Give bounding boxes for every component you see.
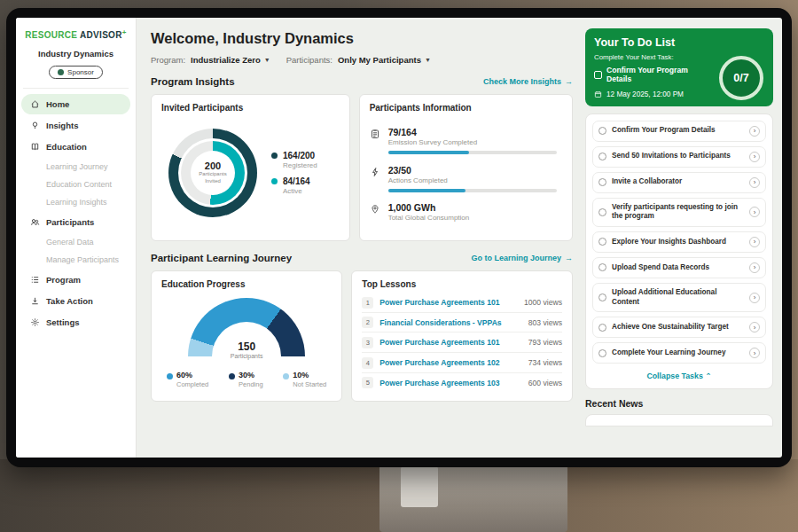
- task-checkbox[interactable]: [598, 178, 606, 186]
- sidebar-item-home[interactable]: Home: [21, 94, 130, 114]
- lesson-views: 734 views: [528, 358, 562, 367]
- sidebar-item-education-content[interactable]: Education Content: [16, 176, 136, 193]
- actions-completed-progress-fill: [388, 189, 466, 192]
- lesson-rank: 2: [362, 317, 373, 328]
- task-row-send-invitations[interactable]: Send 50 Invitations to Participants ›: [592, 146, 766, 168]
- task-checkbox[interactable]: [598, 127, 606, 135]
- chevron-right-icon[interactable]: ›: [749, 293, 760, 303]
- go-to-learning-journey-link[interactable]: Go to Learning Journey →: [471, 254, 573, 262]
- chevron-right-icon[interactable]: ›: [749, 262, 760, 273]
- dashboard-screen: RESOURCE ADVISOR+ Industry Dynamics Spon…: [16, 18, 782, 458]
- todo-panel: Your To Do List Complete Your Next Task:…: [583, 18, 782, 458]
- next-task-label: Confirm Your Program Details: [606, 66, 709, 84]
- sidebar-item-program[interactable]: Program: [21, 270, 130, 290]
- lesson-row[interactable]: 4 Power Purchase Agreements 102 734 view…: [362, 354, 562, 373]
- participants-information-card: Participants Information 79/164 Emission…: [359, 94, 573, 241]
- sidebar-item-learning-journey[interactable]: Learning Journey: [16, 158, 136, 176]
- lesson-row[interactable]: 2 Financial Considerations - VPPAs 803 v…: [362, 313, 562, 332]
- task-row-confirm-program[interactable]: Confirm Your Program Details ›: [592, 121, 766, 142]
- invited-participants-card: Invited Participants 200 Participants In…: [151, 94, 350, 241]
- task-row-explore-insights[interactable]: Explore Your Insights Dashboard ›: [592, 231, 766, 253]
- lesson-rank: 3: [362, 337, 373, 348]
- sidebar-item-label: Take Action: [46, 296, 93, 306]
- task-row-invite-collaborator[interactable]: Invite a Collaborator ›: [592, 172, 766, 193]
- task-row-achieve-sustainability-target[interactable]: Achieve One Sustainability Target ›: [592, 317, 766, 338]
- participants-select[interactable]: Only My Participants ▼: [338, 55, 431, 65]
- chevron-right-icon[interactable]: ›: [749, 126, 760, 137]
- next-task-checkbox[interactable]: [594, 71, 602, 79]
- lesson-row[interactable]: 1 Power Purchase Agreements 101 1000 vie…: [362, 293, 562, 313]
- sidebar-sub-label: General Data: [46, 238, 94, 246]
- task-checkbox[interactable]: [598, 324, 606, 332]
- sponsor-badge-label: Sponsor: [67, 68, 94, 76]
- lesson-rank: 4: [362, 357, 373, 369]
- todo-progress-ring: 0/7: [719, 56, 763, 100]
- sidebar-item-education[interactable]: Education: [21, 137, 130, 157]
- task-row-verify-participants[interactable]: Verify participants requesting to join t…: [592, 198, 766, 227]
- program-insights-title: Program Insights: [151, 76, 235, 87]
- chevron-up-icon: ⌃: [705, 372, 711, 380]
- lesson-row[interactable]: 5 Power Purchase Agreements 103 600 view…: [362, 373, 562, 392]
- gauge-center: 150 Participants: [188, 340, 305, 359]
- registered-dot-icon: [271, 153, 278, 159]
- lesson-link[interactable]: Power Purchase Agreements 103: [379, 379, 522, 387]
- task-row-upload-educational-content[interactable]: Upload Additional Educational Content ›: [592, 283, 766, 312]
- sidebar-item-manage-participants[interactable]: Manage Participants: [16, 251, 136, 269]
- sponsor-badge[interactable]: Sponsor: [49, 66, 103, 79]
- filter-bar: Program: Industrialize Zero ▼ Participan…: [151, 55, 573, 65]
- calendar-icon: [594, 90, 602, 98]
- sidebar-item-label: Education: [46, 142, 87, 152]
- home-icon: [30, 99, 40, 109]
- legend-item-completed: 60% Completed: [167, 371, 208, 388]
- sidebar-item-settings[interactable]: Settings: [21, 312, 130, 332]
- todo-title: Your To Do List: [594, 36, 764, 49]
- sidebar: RESOURCE ADVISOR+ Industry Dynamics Spon…: [16, 18, 137, 458]
- task-checkbox[interactable]: [598, 153, 606, 160]
- task-label: Achieve One Sustainability Target: [612, 323, 744, 332]
- check-more-insights-link[interactable]: Check More Insights →: [483, 77, 573, 86]
- program-select[interactable]: Industrialize Zero ▼: [191, 55, 270, 65]
- sidebar-divider: [23, 88, 129, 89]
- lesson-link[interactable]: Power Purchase Agreements 101: [379, 298, 518, 307]
- sidebar-sub-label: Learning Journey: [46, 162, 108, 171]
- collapse-tasks-link[interactable]: Collapse Tasks ⌃: [592, 368, 766, 382]
- education-progress-gauge: 150 Participants: [188, 298, 305, 356]
- sidebar-item-general-data[interactable]: General Data: [16, 233, 136, 251]
- chevron-right-icon[interactable]: ›: [749, 322, 760, 332]
- task-checkbox[interactable]: [598, 293, 606, 301]
- chevron-right-icon[interactable]: ›: [749, 348, 760, 358]
- lesson-row[interactable]: 3 Power Purchase Agreements 101 793 view…: [362, 333, 562, 353]
- settings-gear-icon: [30, 317, 40, 327]
- todo-tasks-card: Confirm Your Program Details › Send 50 I…: [585, 113, 773, 390]
- chevron-right-icon[interactable]: ›: [749, 237, 760, 247]
- chevron-right-icon[interactable]: ›: [749, 207, 760, 217]
- invited-donut-chart: 200 Participants Invited: [168, 129, 257, 217]
- sidebar-item-insights[interactable]: Insights: [21, 115, 130, 136]
- emission-survey-progress-fill: [388, 151, 469, 154]
- sponsor-icon: [58, 69, 64, 75]
- sidebar-item-learning-insights[interactable]: Learning Insights: [16, 193, 136, 211]
- task-checkbox[interactable]: [598, 208, 606, 216]
- learning-journey-title: Participant Learning Journey: [151, 253, 292, 263]
- sidebar-item-participants[interactable]: Participants: [21, 212, 130, 232]
- lesson-views: 1000 views: [524, 298, 562, 307]
- task-row-upload-spend-data[interactable]: Upload Spend Data Records ›: [592, 257, 766, 278]
- task-checkbox[interactable]: [598, 263, 606, 271]
- donut-center-label: Participants Invited: [195, 171, 231, 184]
- main-content: Welcome, Industry Dynamics Program: Indu…: [137, 18, 583, 458]
- task-checkbox[interactable]: [598, 238, 606, 246]
- lesson-link[interactable]: Power Purchase Agreements 101: [379, 338, 522, 347]
- sidebar-item-take-action[interactable]: Take Action: [21, 291, 130, 311]
- check-more-insights-text: Check More Insights: [483, 77, 561, 86]
- monitor-stand-highlight: [401, 466, 438, 507]
- chevron-right-icon[interactable]: ›: [749, 177, 760, 188]
- lesson-link[interactable]: Power Purchase Agreements 102: [379, 358, 522, 367]
- task-row-complete-learning-journey[interactable]: Complete Your Learning Journey ›: [592, 342, 766, 364]
- legend-item-not-started: 10% Not Started: [283, 371, 326, 388]
- lessons-list: 1 Power Purchase Agreements 101 1000 vie…: [362, 293, 562, 393]
- chevron-down-icon: ▼: [425, 57, 431, 63]
- lesson-link[interactable]: Financial Considerations - VPPAs: [379, 318, 522, 327]
- lesson-rank: 1: [362, 297, 373, 309]
- task-checkbox[interactable]: [598, 349, 606, 357]
- chevron-right-icon[interactable]: ›: [749, 152, 760, 162]
